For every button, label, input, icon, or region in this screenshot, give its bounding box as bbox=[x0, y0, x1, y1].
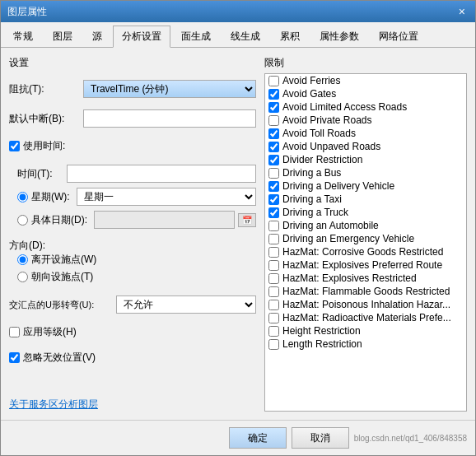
default-break-label: 默认中断(B): bbox=[9, 112, 83, 126]
restriction-item: Avoid Unpaved Roads bbox=[265, 140, 466, 153]
restriction-item: Avoid Limited Access Roads bbox=[265, 100, 466, 114]
tab-general[interactable]: 常规 bbox=[4, 26, 42, 47]
restriction-item: Avoid Gates bbox=[265, 87, 466, 100]
restriction-checkbox-14[interactable] bbox=[268, 260, 279, 271]
close-button[interactable]: × bbox=[455, 4, 469, 19]
restriction-checkbox-0[interactable] bbox=[268, 76, 279, 86]
restriction-checkbox-19[interactable] bbox=[268, 326, 279, 337]
restriction-checkbox-5[interactable] bbox=[268, 142, 279, 152]
restriction-item-label: Avoid Private Roads bbox=[282, 114, 372, 126]
restriction-item: HazMat: Poisonous Inhalation Hazar... bbox=[265, 298, 466, 311]
restriction-item-label: Avoid Ferries bbox=[282, 75, 340, 86]
restriction-item-label: Driving a Truck bbox=[282, 207, 348, 218]
restriction-item-label: Divider Restriction bbox=[282, 154, 362, 165]
use-time-label: 使用时间: bbox=[23, 139, 65, 153]
tab-network-pos[interactable]: 网络位置 bbox=[370, 26, 427, 47]
tab-analysis[interactable]: 分析设置 bbox=[113, 26, 170, 48]
direction-label: 方向(D): bbox=[9, 239, 256, 253]
restriction-checkbox-12[interactable] bbox=[268, 234, 279, 244]
tab-attr-param[interactable]: 属性参数 bbox=[310, 26, 368, 47]
restriction-checkbox-4[interactable] bbox=[268, 128, 279, 139]
tab-face[interactable]: 面生成 bbox=[172, 26, 220, 47]
restriction-item-label: Driving a Delivery Vehicle bbox=[282, 180, 394, 192]
restriction-item: HazMat: Explosives Restricted bbox=[265, 272, 466, 285]
date-calendar-icon[interactable]: 📅 bbox=[238, 213, 256, 227]
tab-source[interactable]: 源 bbox=[83, 26, 111, 47]
restriction-checkbox-15[interactable] bbox=[268, 273, 279, 284]
restriction-checkbox-1[interactable] bbox=[268, 89, 279, 100]
restriction-item-label: HazMat: Corrosive Goods Restricted bbox=[282, 246, 443, 258]
uturn-label: 交汇点的U形转弯(U): bbox=[9, 299, 116, 311]
restriction-checkbox-6[interactable] bbox=[268, 155, 279, 165]
apply-grade-row: 应用等级(H) bbox=[9, 325, 256, 339]
restriction-checkbox-20[interactable] bbox=[268, 339, 279, 350]
restriction-checkbox-17[interactable] bbox=[268, 300, 279, 310]
restriction-item-label: Avoid Unpaved Roads bbox=[282, 141, 380, 152]
restriction-checkbox-8[interactable] bbox=[268, 181, 279, 192]
restriction-item: Avoid Private Roads bbox=[265, 114, 466, 127]
restriction-checkbox-16[interactable] bbox=[268, 286, 279, 297]
restriction-item: HazMat: Radioactive Materials Prefe... bbox=[265, 311, 466, 324]
apply-grade-checkbox[interactable] bbox=[9, 327, 20, 337]
restriction-item-label: HazMat: Poisonous Inhalation Hazar... bbox=[282, 299, 450, 310]
cancel-button[interactable]: 取消 bbox=[292, 427, 349, 449]
restriction-item-label: HazMat: Explosives Preferred Route bbox=[282, 259, 442, 271]
content-area: 设置 阻抗(T): TravelTime (分钟) 默认中断(B): 10 使用… bbox=[1, 48, 475, 420]
restriction-item-label: Length Restriction bbox=[282, 338, 362, 350]
week-select[interactable]: 星期一 bbox=[77, 188, 256, 206]
time-input[interactable]: 22:00 bbox=[67, 165, 256, 183]
use-time-row: 使用时间: bbox=[9, 139, 256, 153]
restriction-checkbox-2[interactable] bbox=[268, 102, 279, 113]
restriction-checkbox-7[interactable] bbox=[268, 168, 279, 179]
uturn-row: 交汇点的U形转弯(U): 不允许 bbox=[9, 295, 256, 314]
restriction-checkbox-9[interactable] bbox=[268, 194, 279, 205]
restriction-item: Driving a Taxi bbox=[265, 193, 466, 206]
default-break-input[interactable]: 10 bbox=[83, 109, 256, 128]
restriction-item: HazMat: Flammable Goods Restricted bbox=[265, 285, 466, 298]
restriction-list[interactable]: Avoid FerriesAvoid GatesAvoid Limited Ac… bbox=[264, 73, 467, 412]
restriction-checkbox-18[interactable] bbox=[268, 313, 279, 323]
date-input[interactable]: 2018/11/19 bbox=[94, 211, 235, 229]
ignore-invalid-row: 忽略无效位置(V) bbox=[9, 351, 256, 365]
ignore-invalid-checkbox[interactable] bbox=[9, 352, 20, 363]
restriction-item-label: Driving a Bus bbox=[282, 167, 341, 179]
settings-section-label: 设置 bbox=[9, 56, 256, 70]
ignore-invalid-label: 忽略无效位置(V) bbox=[23, 351, 96, 365]
impedance-row: 阻抗(T): TravelTime (分钟) bbox=[9, 80, 256, 98]
window-title: 图层属性 bbox=[7, 5, 47, 19]
tab-layer[interactable]: 图层 bbox=[44, 26, 82, 47]
direction-toward-radio[interactable] bbox=[17, 272, 28, 282]
tab-accumulate[interactable]: 累积 bbox=[271, 26, 309, 47]
tab-line[interactable]: 线生成 bbox=[222, 26, 269, 47]
impedance-select[interactable]: TravelTime (分钟) bbox=[83, 80, 256, 98]
uturn-select[interactable]: 不允许 bbox=[116, 295, 256, 314]
restriction-panel: 限制 Avoid FerriesAvoid GatesAvoid Limited… bbox=[264, 56, 467, 412]
direction-section: 方向(D): 离开设施点(W) 朝向设施点(T) bbox=[9, 239, 256, 284]
restriction-item: Driving an Automobile bbox=[265, 219, 466, 232]
restriction-item: Driving a Truck bbox=[265, 206, 466, 219]
restriction-item: Driving an Emergency Vehicle bbox=[265, 232, 466, 245]
restriction-checkbox-3[interactable] bbox=[268, 115, 279, 126]
service-area-link[interactable]: 关于服务区分析图层 bbox=[9, 393, 256, 412]
ok-button[interactable]: 确定 bbox=[229, 427, 287, 449]
watermark: blog.csdn.net/qd1_406/848358 bbox=[354, 434, 467, 443]
restriction-item-label: HazMat: Explosives Restricted bbox=[282, 272, 417, 284]
week-label: 星期(W): bbox=[31, 190, 70, 204]
restriction-checkbox-11[interactable] bbox=[268, 221, 279, 231]
restriction-item-label: HazMat: Flammable Goods Restricted bbox=[282, 286, 450, 297]
date-radio[interactable] bbox=[17, 215, 28, 226]
restriction-checkbox-13[interactable] bbox=[268, 247, 279, 258]
restriction-item-label: Driving an Automobile bbox=[282, 220, 379, 231]
apply-grade-label: 应用等级(H) bbox=[23, 325, 77, 339]
restriction-item-label: Avoid Limited Access Roads bbox=[282, 101, 407, 113]
direction-away-radio[interactable] bbox=[17, 254, 28, 265]
restriction-item: Divider Restriction bbox=[265, 153, 466, 166]
bottom-bar: 确定 取消 blog.csdn.net/qd1_406/848358 bbox=[1, 420, 475, 455]
restriction-item-label: Avoid Gates bbox=[282, 88, 336, 100]
week-radio-row: 星期(W): 星期一 bbox=[17, 188, 256, 206]
use-time-checkbox[interactable] bbox=[9, 141, 20, 151]
week-radio[interactable] bbox=[17, 192, 28, 202]
restriction-checkbox-10[interactable] bbox=[268, 207, 279, 218]
date-label: 具体日期(D): bbox=[31, 213, 87, 227]
restriction-item: HazMat: Explosives Preferred Route bbox=[265, 258, 466, 272]
